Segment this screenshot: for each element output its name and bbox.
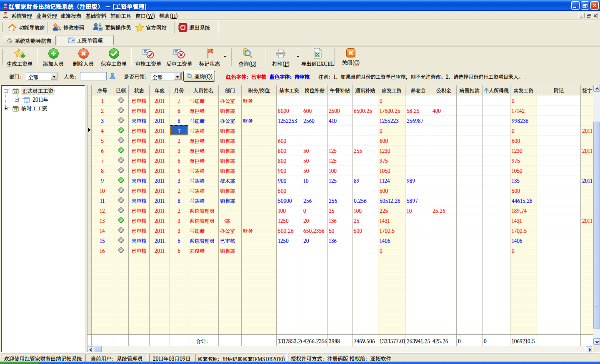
svg-text:21: 21 (25, 98, 28, 102)
